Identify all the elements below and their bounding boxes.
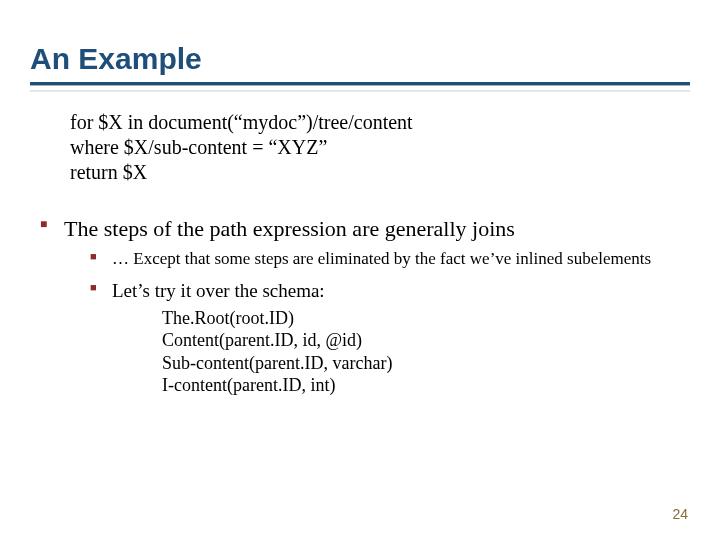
code-line: where $X/sub-content = “XYZ”	[70, 135, 680, 160]
content-area: for $X in document(“mydoc”)/tree/content…	[0, 110, 720, 397]
code-line: for $X in document(“mydoc”)/tree/content	[70, 110, 680, 135]
slide: An Example for $X in document(“mydoc”)/t…	[0, 0, 720, 540]
sub-bullet-item: … Except that some steps are eliminated …	[90, 248, 680, 269]
schema-line: I-content(parent.ID, int)	[162, 374, 680, 397]
title-area: An Example	[0, 0, 720, 92]
bullet-text: The steps of the path expression are gen…	[64, 216, 515, 241]
sub-bullet-text: Let’s try it over the schema:	[112, 280, 325, 301]
bullet-list: The steps of the path expression are gen…	[40, 215, 680, 397]
sub-bullet-list: … Except that some steps are eliminated …	[90, 248, 680, 397]
sub-bullet-text: … Except that some steps are eliminated …	[112, 249, 651, 268]
schema-line: Content(parent.ID, id, @id)	[162, 329, 680, 352]
schema-line: The.Root(root.ID)	[162, 307, 680, 330]
code-line: return $X	[70, 160, 680, 185]
bullet-item: The steps of the path expression are gen…	[40, 215, 680, 397]
sub-bullet-item: Let’s try it over the schema: The.Root(r…	[90, 279, 680, 397]
schema-block: The.Root(root.ID) Content(parent.ID, id,…	[162, 307, 680, 397]
slide-title: An Example	[30, 42, 690, 76]
schema-line: Sub-content(parent.ID, varchar)	[162, 352, 680, 375]
title-rule	[30, 82, 690, 86]
code-block: for $X in document(“mydoc”)/tree/content…	[70, 110, 680, 185]
title-subrule	[30, 90, 690, 92]
page-number: 24	[672, 506, 688, 522]
